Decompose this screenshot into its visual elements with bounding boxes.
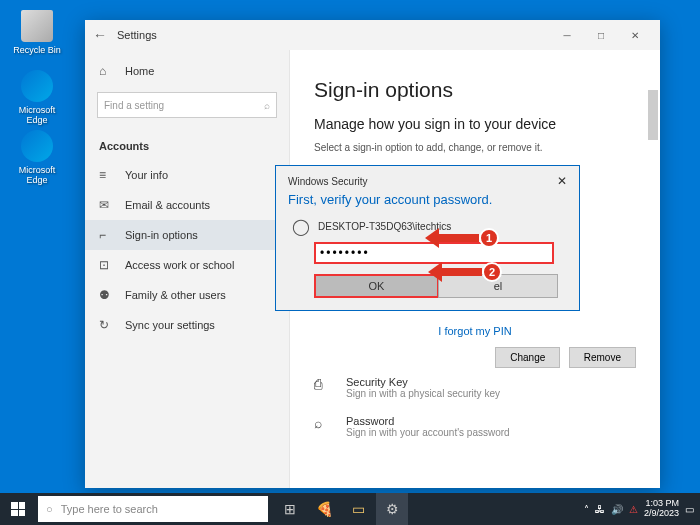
person-icon: ≡ bbox=[99, 168, 113, 182]
annotation-arrow-1: 1 bbox=[425, 228, 499, 248]
desktop-icon-recycle-bin[interactable]: Recycle Bin bbox=[12, 10, 62, 55]
option-security-key[interactable]: ⎙ Security KeySign in with a physical se… bbox=[314, 368, 636, 407]
people-icon: ⚉ bbox=[99, 288, 113, 302]
annotation-number: 2 bbox=[482, 262, 502, 282]
dialog-header: Windows Security bbox=[288, 176, 367, 187]
taskbar: ○ Type here to search ⊞ 🍕 ▭ ⚙ ˄ 🖧 🔊 ⚠ 1:… bbox=[0, 493, 700, 525]
desktop-icon-edge[interactable]: Microsoft Edge bbox=[12, 70, 62, 125]
tray-battery-icon[interactable]: ⚠ bbox=[629, 504, 638, 515]
nav-sync[interactable]: ↻Sync your settings bbox=[85, 310, 289, 340]
tray-chevron-icon[interactable]: ˄ bbox=[584, 504, 589, 515]
scrollbar[interactable] bbox=[648, 90, 658, 140]
task-view-button[interactable]: ⊞ bbox=[274, 493, 306, 525]
section-label: Accounts bbox=[85, 126, 289, 160]
desktop-icon-edge-2[interactable]: Microsoft Edge bbox=[12, 130, 62, 185]
home-icon: ⌂ bbox=[99, 64, 113, 78]
search-icon: ⌕ bbox=[264, 100, 270, 111]
window-title: Settings bbox=[117, 29, 550, 41]
search-placeholder: Type here to search bbox=[61, 503, 158, 515]
user-icon: ◯ bbox=[292, 217, 310, 236]
mail-icon: ✉ bbox=[99, 198, 113, 212]
minimize-button[interactable]: ─ bbox=[550, 22, 584, 48]
nav-work-school[interactable]: ⊡Access work or school bbox=[85, 250, 289, 280]
page-description: Select a sign-in option to add, change, … bbox=[314, 142, 636, 153]
windows-logo-icon bbox=[11, 502, 25, 516]
start-button[interactable] bbox=[0, 493, 36, 525]
nav-your-info[interactable]: ≡Your info bbox=[85, 160, 289, 190]
dialog-close-button[interactable]: ✕ bbox=[557, 174, 567, 188]
remove-button[interactable]: Remove bbox=[569, 347, 636, 368]
notifications-button[interactable]: ▭ bbox=[685, 504, 694, 515]
annotation-arrow-2: 2 bbox=[428, 262, 502, 282]
nav-label: Your info bbox=[125, 169, 168, 181]
close-button[interactable]: ✕ bbox=[618, 22, 652, 48]
taskbar-search[interactable]: ○ Type here to search bbox=[38, 496, 268, 522]
nav-label: Access work or school bbox=[125, 259, 234, 271]
taskbar-app-pizza[interactable]: 🍕 bbox=[308, 493, 340, 525]
system-tray[interactable]: ˄ 🖧 🔊 ⚠ 1:03 PM 2/9/2023 ▭ bbox=[584, 499, 700, 519]
page-title: Sign-in options bbox=[314, 78, 636, 102]
dialog-title: First, verify your account password. bbox=[288, 192, 567, 207]
briefcase-icon: ⊡ bbox=[99, 258, 113, 272]
search-input[interactable]: Find a setting ⌕ bbox=[97, 92, 277, 118]
change-button[interactable]: Change bbox=[495, 347, 560, 368]
icon-label: Microsoft Edge bbox=[12, 165, 62, 185]
nav-label: Sync your settings bbox=[125, 319, 215, 331]
clock-date: 2/9/2023 bbox=[644, 509, 679, 519]
nav-family[interactable]: ⚉Family & other users bbox=[85, 280, 289, 310]
icon-label: Microsoft Edge bbox=[12, 105, 62, 125]
taskbar-clock[interactable]: 1:03 PM 2/9/2023 bbox=[644, 499, 679, 519]
sync-icon: ↻ bbox=[99, 318, 113, 332]
option-password[interactable]: ⌕ PasswordSign in with your account's pa… bbox=[314, 407, 636, 446]
button-row: Change Remove bbox=[314, 347, 636, 368]
edge-icon bbox=[21, 70, 53, 102]
nav-label: Sign-in options bbox=[125, 229, 198, 241]
sidebar: ⌂ Home Find a setting ⌕ Accounts ≡Your i… bbox=[85, 50, 290, 488]
ok-button[interactable]: OK bbox=[314, 274, 439, 298]
option-title: Security Key bbox=[346, 376, 500, 388]
search-icon: ○ bbox=[46, 503, 53, 515]
annotation-number: 1 bbox=[479, 228, 499, 248]
tray-network-icon[interactable]: 🖧 bbox=[595, 504, 605, 515]
icon-label: Recycle Bin bbox=[12, 45, 62, 55]
forgot-pin-link[interactable]: I forgot my PIN bbox=[314, 325, 636, 337]
taskbar-app-settings[interactable]: ⚙ bbox=[376, 493, 408, 525]
search-placeholder: Find a setting bbox=[104, 100, 164, 111]
option-desc: Sign in with your account's password bbox=[346, 427, 510, 438]
taskbar-app-explorer[interactable]: ▭ bbox=[342, 493, 374, 525]
maximize-button[interactable]: □ bbox=[584, 22, 618, 48]
nav-label: Family & other users bbox=[125, 289, 226, 301]
page-subtitle: Manage how you sign in to your device bbox=[314, 116, 636, 132]
option-title: Password bbox=[346, 415, 510, 427]
recycle-bin-icon bbox=[21, 10, 53, 42]
back-button[interactable]: ← bbox=[93, 27, 117, 43]
edge-icon bbox=[21, 130, 53, 162]
nav-email[interactable]: ✉Email & accounts bbox=[85, 190, 289, 220]
tray-volume-icon[interactable]: 🔊 bbox=[611, 504, 623, 515]
key-icon: ⌕ bbox=[314, 415, 334, 431]
option-desc: Sign in with a physical security key bbox=[346, 388, 500, 399]
nav-home[interactable]: ⌂ Home bbox=[85, 58, 289, 84]
nav-label: Home bbox=[125, 65, 154, 77]
key-icon: ⌐ bbox=[99, 228, 113, 242]
usb-icon: ⎙ bbox=[314, 376, 334, 392]
nav-signin-options[interactable]: ⌐Sign-in options bbox=[85, 220, 289, 250]
nav-label: Email & accounts bbox=[125, 199, 210, 211]
titlebar: ← Settings ─ □ ✕ bbox=[85, 20, 660, 50]
